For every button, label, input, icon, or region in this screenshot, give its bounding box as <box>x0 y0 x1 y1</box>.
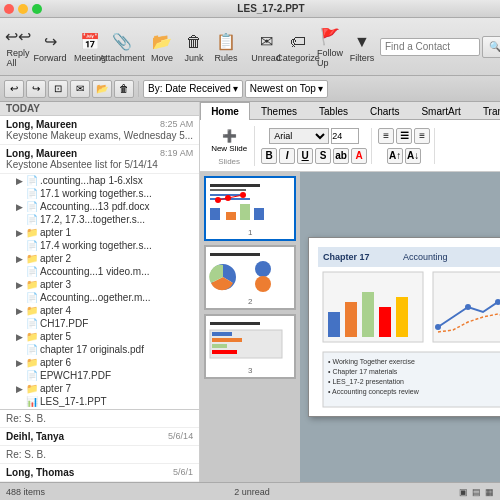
ppt-tab-home[interactable]: Home <box>200 102 250 120</box>
tree-label-8: apter 3 <box>40 279 195 290</box>
minimize-button[interactable] <box>18 4 28 14</box>
svg-text:• Working Together exercise: • Working Together exercise <box>328 358 415 366</box>
tree-item-17[interactable]: 📊 LES_17-1.PPT <box>0 395 199 408</box>
shadow-button[interactable]: S <box>315 148 331 164</box>
slide-thumb-content-2 <box>208 249 284 297</box>
tree-item-16[interactable]: ▶ 📁 apter 7 <box>0 382 199 395</box>
font-selector[interactable]: Arial <box>269 128 329 144</box>
tb2-btn-5[interactable]: 📂 <box>92 80 112 98</box>
tree-label-3: 17.2, 17.3...together.s... <box>40 214 195 225</box>
bottom-email-sender-1: Deihl, Tanya <box>6 431 193 442</box>
underline-button[interactable]: U <box>297 148 313 164</box>
tree-item-6[interactable]: ▶ 📁 apter 2 <box>0 252 199 265</box>
maximize-button[interactable] <box>32 4 42 14</box>
new-slide-button[interactable]: ➕ New Slide <box>208 126 250 155</box>
junk-icon: 🗑 <box>183 31 205 53</box>
slide-thumb-1[interactable]: 1 <box>204 176 296 241</box>
junk-button[interactable]: 🗑 Junk <box>180 28 208 66</box>
tree-item-8[interactable]: ▶ 📁 apter 3 <box>0 278 199 291</box>
tree-indent-15 <box>4 370 16 381</box>
slide-thumb-3[interactable]: 3 <box>204 314 296 379</box>
tree-label-6: apter 2 <box>40 253 195 264</box>
tree-item-2[interactable]: ▶ 📄 Accounting...13 pdf.docx <box>0 200 199 213</box>
tree-indent-9 <box>4 292 16 303</box>
bottom-email-1[interactable]: Re: S. B. <box>0 410 199 428</box>
move-button[interactable]: 📂 Move <box>148 28 176 66</box>
slide-thumb-svg-2 <box>208 249 284 297</box>
tb2-btn-3[interactable]: ⊡ <box>48 80 68 98</box>
status-icon-2[interactable]: ▤ <box>472 487 481 497</box>
sort-dropdown[interactable]: By: Date Received ▾ <box>143 80 243 98</box>
ppt-tab-tables[interactable]: Tables <box>308 102 359 120</box>
ppt-tab-charts[interactable]: Charts <box>359 102 410 120</box>
ppt-content-area: 1 <box>200 172 500 482</box>
align-right-button[interactable]: ≡ <box>414 128 430 144</box>
align-left-button[interactable]: ≡ <box>378 128 394 144</box>
decrease-font-button[interactable]: A↓ <box>405 148 421 164</box>
ppt-tab-themes[interactable]: Themes <box>250 102 308 120</box>
status-icon-3[interactable]: ▦ <box>485 487 494 497</box>
attachment-button[interactable]: 📎 Attachment <box>108 28 136 66</box>
tb2-btn-6[interactable]: 🗑 <box>114 80 134 98</box>
tree-item-9[interactable]: 📄 Accounting...ogether.m... <box>0 291 199 304</box>
categorize-button[interactable]: 🏷 Categorize <box>284 28 312 66</box>
tree-label-16: apter 7 <box>40 383 195 394</box>
svg-rect-1 <box>210 184 260 187</box>
tree-item-0[interactable]: ▶ 📄 .counting...hap 1-6.xlsx <box>0 174 199 187</box>
find-contact-input[interactable] <box>380 38 480 56</box>
slide-thumb-svg-3 <box>208 318 284 366</box>
tree-icon-6: 📁 <box>26 253 40 264</box>
ppt-tab-transitions[interactable]: Transitions <box>472 102 500 120</box>
increase-font-button[interactable]: A↑ <box>387 148 403 164</box>
slide-thumb-2[interactable]: 2 <box>204 245 296 310</box>
align-center-button[interactable]: ☰ <box>396 128 412 144</box>
move-icon: 📂 <box>151 31 173 53</box>
status-icon-1[interactable]: ▣ <box>459 487 468 497</box>
tree-item-10[interactable]: ▶ 📁 apter 4 <box>0 304 199 317</box>
follow-up-button[interactable]: 🚩 Follow Up <box>316 23 344 71</box>
font-size-input[interactable] <box>331 128 359 144</box>
contacts-search-button[interactable]: 🔍 Contacts Search <box>482 36 500 58</box>
close-button[interactable] <box>4 4 14 14</box>
tb2-btn-2[interactable]: ↪ <box>26 80 46 98</box>
tree-item-14[interactable]: ▶ 📁 apter 6 <box>0 356 199 369</box>
filter-dropdown[interactable]: Newest on Top ▾ <box>245 80 328 98</box>
filters-button[interactable]: ▼ Filters <box>348 28 376 66</box>
rules-button[interactable]: 📋 Rules <box>212 28 240 66</box>
left-panel: TODAY 8:25 AM Long, Maureen Keystone Mak… <box>0 102 200 482</box>
filter-dropdown-arrow: ▾ <box>318 83 323 94</box>
email-item-2[interactable]: 8:19 AM Long, Maureen Keystone Absentee … <box>0 145 199 174</box>
bottom-email-4[interactable]: 5/6/1 Long, Thomas <box>0 464 199 482</box>
tree-item-1[interactable]: 📄 17.1 working together.s... <box>0 187 199 200</box>
rules-icon: 📋 <box>215 31 237 53</box>
tree-item-7[interactable]: 📄 Accounting...1 video.m... <box>0 265 199 278</box>
window-titlebar: LES_17-2.PPT <box>0 0 500 18</box>
bold-button[interactable]: B <box>261 148 277 164</box>
tree-item-15[interactable]: 📄 EPWCH17.PDF <box>0 369 199 382</box>
tree-item-13[interactable]: 📄 chapter 17 originals.pdf <box>0 343 199 356</box>
bottom-email-2[interactable]: 5/6/14 Deihl, Tanya <box>0 428 199 446</box>
reply-all-button[interactable]: ↩↩ Reply All <box>4 23 32 71</box>
forward-button[interactable]: ↪ Forward <box>36 28 64 66</box>
font-group: Arial B I U S ab A <box>257 128 372 164</box>
italic-button[interactable]: I <box>279 148 295 164</box>
tree-item-4[interactable]: ▶ 📁 apter 1 <box>0 226 199 239</box>
strikethrough-button[interactable]: ab <box>333 148 349 164</box>
ppt-tab-smartart[interactable]: SmartArt <box>410 102 471 120</box>
slide-canvas[interactable]: Chapter 17 Accounting <box>308 237 500 417</box>
svg-rect-6 <box>226 212 236 220</box>
font-color-button[interactable]: A <box>351 148 367 164</box>
tb2-btn-4[interactable]: ✉ <box>70 80 90 98</box>
email-item-1[interactable]: 8:25 AM Long, Maureen Keystone Makeup ex… <box>0 116 199 145</box>
tree-icon-8: 📁 <box>26 279 40 290</box>
svg-rect-3 <box>210 194 240 196</box>
ribbon-right-area: 🔍 Contacts Search ⇄ Send/Receive <box>380 28 500 66</box>
bottom-email-3[interactable]: Re: S. B. <box>0 446 199 464</box>
svg-rect-8 <box>254 208 264 220</box>
tree-item-5[interactable]: 📄 17.4 working together.s... <box>0 239 199 252</box>
tree-item-11[interactable]: 📄 CH17.PDF <box>0 317 199 330</box>
tree-item-12[interactable]: ▶ 📁 apter 5 <box>0 330 199 343</box>
tree-indent-5 <box>4 240 16 251</box>
tb2-btn-1[interactable]: ↩ <box>4 80 24 98</box>
tree-item-3[interactable]: 📄 17.2, 17.3...together.s... <box>0 213 199 226</box>
